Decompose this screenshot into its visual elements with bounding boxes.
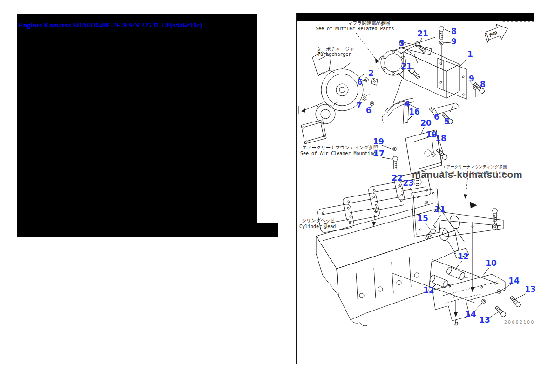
breadcrumb-link-model[interactable]: SDA6D140E-2E-9 S/N 22537-UP(sda6d11c) [73, 21, 203, 29]
callout-number-19: 19 [373, 137, 384, 146]
parts-diagram: FWD [296, 12, 538, 365]
callout-number-11: 11 [434, 204, 446, 214]
callout-number-16: 16 [409, 107, 420, 116]
callout-number-1: 1 [467, 49, 473, 59]
label-turbocharger-en: Turbocharger [318, 52, 351, 57]
label-muffler-en: See of Muffler Related Parts [316, 26, 394, 31]
callout-number-8: 8 [480, 80, 486, 89]
page-thumbnail-dark [17, 14, 257, 237]
page-thumbnail-dark-strip [17, 223, 278, 237]
letter-marker-b: b [454, 319, 459, 327]
callout-number-9: 9 [451, 37, 457, 46]
callout-number-12: 12 [423, 285, 434, 295]
fwd-label: FWD [488, 30, 498, 38]
callout-number-6: 6 [357, 77, 363, 87]
label-aircleaner-left-en: See of Air Cleaner Mounting [300, 151, 376, 156]
callout-number-21: 21 [401, 61, 412, 71]
label-turbocharger-jp: ターボチャージャ [317, 47, 354, 52]
callout-number-17: 17 [373, 149, 385, 158]
callout-number-19: 19 [426, 130, 437, 139]
callout-number-2: 2 [368, 68, 374, 78]
breadcrumb: Engines Komatsu SDA6D140E-2E-9 S/N 22537… [19, 21, 202, 29]
label-cylinder-head-en: Cylinder Head [299, 224, 336, 229]
callout-number-6: 6 [366, 106, 372, 115]
letter-marker-b: b [374, 206, 379, 213]
callout-number-23: 23 [403, 178, 414, 188]
callout-number-14: 14 [465, 310, 476, 319]
label-muffler-jp: マフラ関連部品参照 [348, 20, 390, 26]
breadcrumb-link-engines[interactable]: Engines Komatsu [19, 21, 71, 29]
callout-number-13: 13 [525, 284, 536, 294]
callout-number-21: 21 [417, 29, 428, 38]
callout-number-10: 10 [486, 258, 497, 268]
fwd-arrow: FWD [483, 21, 510, 44]
watermark: manuals-komatsu.com [412, 169, 522, 180]
callout-number-3: 3 [399, 38, 405, 47]
drawing-number: 20002100 [504, 319, 535, 324]
callout-number-6: 6 [434, 112, 439, 122]
callout-number-14: 14 [508, 276, 520, 285]
label-aircleaner-right-jp: エアークリーナマウンティング参照 [442, 164, 507, 169]
label-cylinder-head-jp: シリンダヘッド [302, 218, 335, 223]
callout-number-22: 22 [392, 173, 403, 182]
letter-marker-a: a [424, 198, 428, 206]
callout-number-5: 5 [444, 117, 450, 126]
callout-number-12: 12 [458, 252, 469, 261]
callout-number-9: 9 [469, 74, 474, 83]
callout-number-8: 8 [451, 27, 457, 36]
callout-number-7: 7 [356, 101, 362, 110]
letter-marker-layer: abb [374, 198, 459, 327]
scan-top-bar [296, 13, 534, 21]
callout-number-15: 15 [417, 214, 428, 223]
callout-number-20: 20 [420, 118, 432, 128]
label-aircleaner-left-jp: エアークリーナマウンティング参照 [302, 145, 378, 150]
callout-number-13: 13 [479, 315, 490, 324]
